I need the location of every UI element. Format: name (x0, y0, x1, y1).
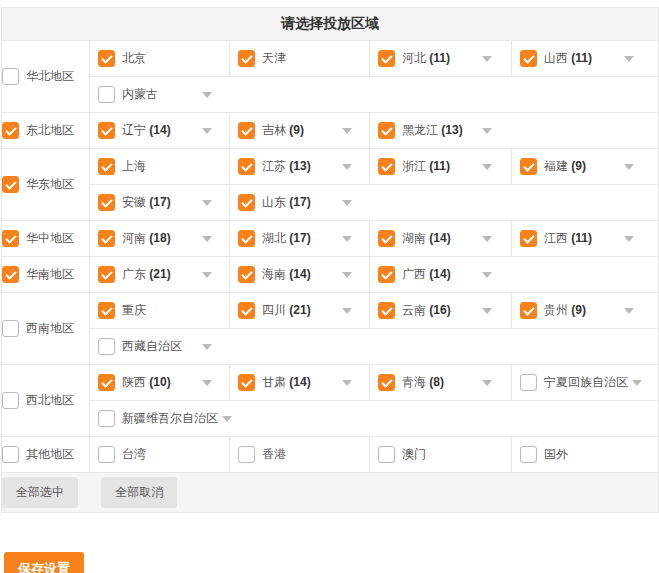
province-checkbox-checked[interactable] (378, 230, 395, 247)
dropdown-arrow-icon[interactable] (482, 56, 492, 62)
dropdown-arrow-icon[interactable] (342, 272, 352, 278)
province-checkbox[interactable] (238, 446, 255, 463)
province-checkbox-checked[interactable] (238, 194, 255, 211)
dropdown-arrow-icon[interactable] (482, 128, 492, 134)
dropdown-arrow-icon[interactable] (342, 164, 352, 170)
dropdown-arrow-icon[interactable] (624, 236, 634, 242)
province-label: 宁夏回族自治区 (544, 374, 628, 391)
province-checkbox[interactable] (98, 338, 115, 355)
province-checkbox[interactable] (98, 446, 115, 463)
dropdown-arrow-icon[interactable] (202, 272, 212, 278)
region-checkbox[interactable] (2, 68, 19, 85)
region-cell: 华南地区 (2, 257, 90, 293)
dropdown-arrow-icon[interactable] (342, 236, 352, 242)
region-checkbox[interactable] (2, 392, 19, 409)
deselect-all-button[interactable]: 全部取消 (101, 477, 177, 508)
province-count: (14) (429, 231, 450, 245)
province-item: 贵州 (9) (512, 293, 658, 328)
province-label: 安徽 (17) (122, 194, 198, 211)
province-checkbox-checked[interactable] (238, 230, 255, 247)
dropdown-arrow-icon[interactable] (202, 128, 212, 134)
province-checkbox-checked[interactable] (238, 266, 255, 283)
dropdown-arrow-icon[interactable] (624, 164, 634, 170)
province-checkbox-checked[interactable] (378, 374, 395, 391)
dropdown-arrow-icon[interactable] (342, 128, 352, 134)
province-item: 江苏 (13) (230, 149, 369, 184)
province-checkbox-checked[interactable] (238, 302, 255, 319)
region-checkbox-checked[interactable] (2, 176, 19, 193)
province-checkbox[interactable] (98, 86, 115, 103)
province-checkbox-checked[interactable] (378, 50, 395, 67)
dropdown-arrow-icon[interactable] (482, 272, 492, 278)
province-checkbox-checked[interactable] (378, 266, 395, 283)
province-item: 新疆维吾尔自治区 (90, 401, 658, 436)
dropdown-arrow-icon[interactable] (482, 164, 492, 170)
province-checkbox-checked[interactable] (238, 122, 255, 139)
province-checkbox-checked[interactable] (238, 158, 255, 175)
province-label: 甘肃 (14) (262, 374, 338, 391)
region-checkbox-checked[interactable] (2, 266, 19, 283)
province-item: 广东 (21) (90, 257, 229, 292)
dropdown-arrow-icon[interactable] (222, 416, 232, 422)
province-checkbox-checked[interactable] (98, 194, 115, 211)
select-all-button[interactable]: 全部选中 (2, 477, 78, 508)
province-checkbox-checked[interactable] (98, 302, 115, 319)
dropdown-arrow-icon[interactable] (482, 380, 492, 386)
province-count: (14) (289, 375, 310, 389)
province-checkbox-checked[interactable] (378, 302, 395, 319)
province-count: (13) (441, 123, 462, 137)
province-checkbox[interactable] (520, 374, 537, 391)
province-checkbox-checked[interactable] (238, 50, 255, 67)
save-settings-button[interactable]: 保存设置 (4, 552, 84, 573)
region-cell: 华北地区 (2, 41, 90, 113)
province-checkbox-checked[interactable] (98, 230, 115, 247)
province-cell: 辽宁 (14) (90, 113, 230, 149)
dropdown-arrow-icon[interactable] (624, 308, 634, 314)
region-checkbox[interactable] (2, 446, 19, 463)
province-count: (10) (149, 375, 170, 389)
province-checkbox-checked[interactable] (520, 158, 537, 175)
province-cell: 吉林 (9) (230, 113, 370, 149)
dropdown-arrow-icon[interactable] (202, 92, 212, 98)
province-checkbox-checked[interactable] (378, 158, 395, 175)
dropdown-arrow-icon[interactable] (202, 200, 212, 206)
province-checkbox-checked[interactable] (520, 230, 537, 247)
province-cell: 江西 (11) (512, 221, 659, 257)
dropdown-arrow-icon[interactable] (482, 308, 492, 314)
province-checkbox[interactable] (98, 410, 115, 427)
province-item: 浙江 (11) (370, 149, 511, 184)
region-checkbox-checked[interactable] (2, 122, 19, 139)
dropdown-arrow-icon[interactable] (342, 308, 352, 314)
province-label: 云南 (16) (402, 302, 478, 319)
province-checkbox-checked[interactable] (98, 374, 115, 391)
province-item: 河北 (11) (370, 41, 511, 76)
province-count: (9) (289, 123, 304, 137)
dropdown-arrow-icon[interactable] (342, 200, 352, 206)
region-cell: 华东地区 (2, 149, 90, 221)
province-checkbox-checked[interactable] (98, 158, 115, 175)
province-checkbox-checked[interactable] (238, 374, 255, 391)
province-label: 上海 (122, 158, 146, 175)
province-checkbox-checked[interactable] (98, 266, 115, 283)
province-checkbox[interactable] (520, 446, 537, 463)
dropdown-arrow-icon[interactable] (632, 380, 642, 386)
dropdown-arrow-icon[interactable] (482, 236, 492, 242)
dropdown-arrow-icon[interactable] (202, 344, 212, 350)
province-checkbox-checked[interactable] (98, 122, 115, 139)
dropdown-arrow-icon[interactable] (342, 380, 352, 386)
province-checkbox[interactable] (378, 446, 395, 463)
province-label: 山东 (17) (262, 194, 338, 211)
province-label: 黑龙江 (13) (402, 122, 478, 139)
dropdown-arrow-icon[interactable] (624, 56, 634, 62)
region-checkbox-checked[interactable] (2, 230, 19, 247)
province-checkbox-checked[interactable] (378, 122, 395, 139)
region-label: 东北地区 (26, 122, 74, 139)
region-checkbox[interactable] (2, 320, 19, 337)
province-checkbox-checked[interactable] (520, 50, 537, 67)
province-cell: 浙江 (11) (370, 149, 512, 185)
province-label: 四川 (21) (262, 302, 338, 319)
dropdown-arrow-icon[interactable] (202, 380, 212, 386)
province-checkbox-checked[interactable] (98, 50, 115, 67)
province-checkbox-checked[interactable] (520, 302, 537, 319)
dropdown-arrow-icon[interactable] (202, 236, 212, 242)
